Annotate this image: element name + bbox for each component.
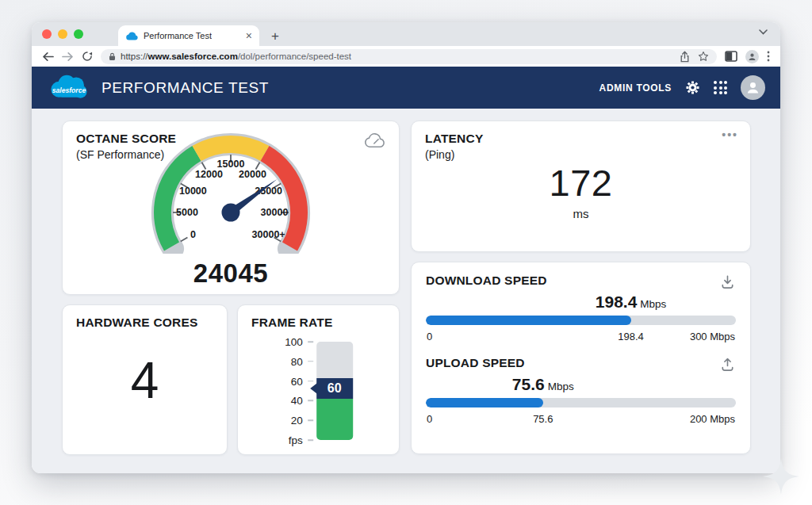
upload-value-line: 75.6Mbps — [426, 373, 736, 397]
framerate-tick-mark — [308, 341, 313, 342]
url-text: https://www.salesforce.com/dol/performan… — [121, 52, 351, 61]
url-domain: www.salesforce.com — [148, 52, 238, 61]
upload-scale-min: 0 — [427, 413, 432, 425]
sparkle-decoration — [763, 458, 799, 495]
download-scale-min: 0 — [427, 331, 432, 342]
browser-tab[interactable]: Performance Test × — [118, 25, 259, 46]
latency-card: LATENCY (Ping) ••• 172 ms — [411, 121, 751, 252]
svg-text:20000: 20000 — [239, 169, 266, 180]
ellipsis-menu-icon[interactable]: ••• — [722, 132, 738, 138]
octane-gauge: 0500010000120001500020000250003000030000… — [108, 133, 354, 254]
lock-icon — [109, 52, 116, 61]
download-value: 198.4 — [596, 293, 638, 311]
svg-text:0: 0 — [190, 229, 196, 240]
framerate-tick-label: 20 — [291, 415, 303, 427]
download-unit: Mbps — [640, 298, 666, 310]
minimize-window-button[interactable] — [58, 29, 67, 39]
side-panel-icon[interactable] — [725, 51, 737, 62]
latency-title: LATENCY — [425, 132, 483, 146]
octane-score-card: OCTANE SCORE (SF Performance) 0500010000… — [62, 121, 400, 295]
octane-value: 24045 — [63, 258, 399, 289]
dashboard: OCTANE SCORE (SF Performance) 0500010000… — [32, 109, 780, 473]
svg-text:5000: 5000 — [176, 207, 198, 218]
browser-toolbar: https://www.salesforce.com/dol/performan… — [32, 46, 780, 67]
framerate-tick-label: 80 — [291, 355, 303, 367]
upload-progress-bar — [426, 398, 736, 407]
upload-scale-max: 200 Mbps — [690, 413, 735, 425]
salesforce-logo[interactable]: salesforce — [47, 73, 91, 103]
upload-title: UPLOAD SPEED — [426, 356, 525, 370]
cores-value: 4 — [63, 351, 227, 410]
svg-text:15000: 15000 — [217, 159, 245, 170]
svg-text:30000+: 30000+ — [252, 229, 285, 240]
svg-text:12000: 12000 — [195, 169, 223, 180]
framerate-tick-mark — [308, 419, 313, 421]
browser-profile-avatar[interactable] — [745, 50, 759, 63]
download-scale-max: 300 Mbps — [690, 331, 735, 342]
download-value-line: 198.4Mbps — [426, 291, 736, 315]
app-launcher-grid-icon[interactable] — [714, 81, 727, 94]
tab-close-icon[interactable]: × — [246, 30, 252, 41]
framerate-tick-label: 60 — [291, 375, 303, 387]
framerate-gauge: 10080604020fps 60 — [282, 342, 353, 440]
framerate-tick-mark — [308, 361, 313, 362]
framerate-marker-arrow — [310, 383, 317, 394]
upload-scale: 0 75.6 200 Mbps — [426, 413, 736, 427]
framerate-axis-labels: 10080604020fps — [282, 342, 307, 440]
forward-button[interactable] — [62, 52, 74, 62]
tab-favicon-cloud-icon — [125, 32, 138, 40]
url-path: /dol/performance/speed-test — [238, 52, 351, 61]
window-controls — [32, 22, 93, 46]
download-scale-current: 198.4 — [618, 331, 644, 342]
framerate-tick-mark — [308, 381, 313, 382]
user-avatar[interactable] — [741, 75, 765, 100]
page-title: PERFORMANCE TEST — [102, 79, 269, 97]
download-icon — [719, 274, 736, 290]
cloud-gauge-icon — [363, 132, 387, 149]
frame-rate-card: FRAME RATE 10080604020fps 60 — [237, 304, 400, 455]
admin-tools-menu[interactable]: ADMIN TOOLS — [599, 82, 672, 94]
gear-icon[interactable] — [685, 80, 700, 95]
close-window-button[interactable] — [42, 29, 52, 39]
upload-scale-current: 75.6 — [533, 413, 553, 425]
reload-button[interactable] — [82, 51, 93, 62]
upload-value: 75.6 — [512, 375, 545, 393]
browser-menu-kebab-icon[interactable] — [767, 51, 770, 62]
svg-text:salesforce: salesforce — [52, 86, 86, 94]
bookmark-star-icon[interactable] — [698, 51, 709, 62]
cores-title: HARDWARE CORES — [76, 316, 198, 330]
address-bar[interactable]: https://www.salesforce.com/dol/performan… — [101, 49, 717, 64]
tab-search-chevron-icon[interactable] — [759, 29, 768, 35]
zoom-window-button[interactable] — [74, 29, 83, 39]
download-title: DOWNLOAD SPEED — [426, 274, 547, 288]
tab-strip: Performance Test × + — [32, 22, 780, 46]
hardware-cores-card: HARDWARE CORES 4 — [62, 304, 228, 455]
share-icon[interactable] — [680, 51, 690, 63]
tab-title: Performance Test — [144, 31, 212, 40]
speed-card: DOWNLOAD SPEED 198.4Mbps 0 198.4 300 Mbp… — [411, 262, 751, 454]
framerate-tick-label: 100 — [285, 336, 303, 348]
download-scale: 0 198.4 300 Mbps — [426, 331, 736, 344]
browser-window: Performance Test × + https://www.salesfo… — [32, 22, 780, 473]
framerate-tick-mark — [308, 400, 313, 402]
framerate-zone — [316, 399, 353, 440]
latency-subtitle: (Ping) — [425, 148, 483, 161]
download-progress-bar — [426, 316, 736, 325]
framerate-value: 60 — [316, 378, 353, 399]
latency-unit: ms — [412, 207, 750, 220]
url-scheme: https:// — [121, 52, 148, 61]
framerate-tick-mark — [308, 439, 313, 441]
framerate-zone — [316, 342, 353, 378]
framerate-tick-label: fps — [289, 434, 303, 446]
upload-unit: Mbps — [548, 381, 574, 392]
framerate-track: 60 — [316, 342, 353, 440]
latency-value: 172 — [412, 161, 750, 205]
framerate-tick-label: 40 — [291, 395, 303, 407]
desktop-background: { "browser": { "tab": { "title": "Perfor… — [0, 0, 812, 505]
framerate-title: FRAME RATE — [251, 316, 332, 330]
svg-text:10000: 10000 — [179, 186, 207, 197]
upload-icon — [719, 356, 736, 373]
back-button[interactable] — [42, 52, 54, 62]
new-tab-button[interactable]: + — [271, 29, 279, 43]
framerate-zone: 60 — [316, 378, 353, 399]
